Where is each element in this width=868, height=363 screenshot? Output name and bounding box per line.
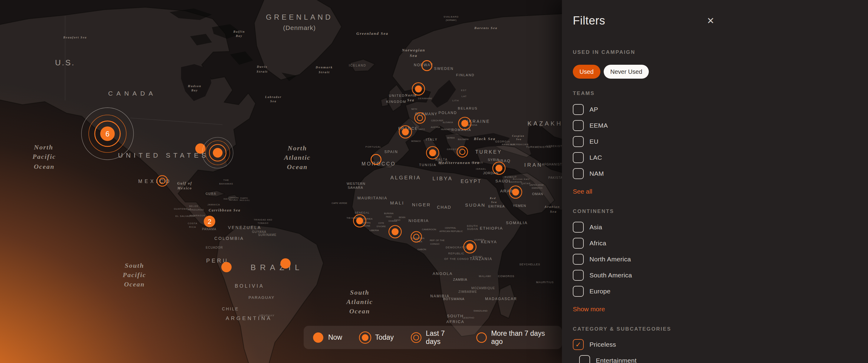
map-marker-last7[interactable] — [157, 176, 168, 186]
checkbox-icon[interactable] — [573, 270, 584, 281]
checkbox-icon[interactable] — [573, 168, 584, 179]
map-marker-cluster[interactable]: 6 — [82, 108, 133, 160]
legend-item-now: Now — [312, 331, 342, 344]
pill-used[interactable]: Used — [573, 65, 600, 79]
checkbox-label: EEMA — [589, 122, 608, 129]
map-marker-last7[interactable] — [411, 232, 422, 242]
checkbox-row-eema[interactable]: EEMA — [573, 120, 868, 131]
legend-label: More than 7 days ago — [491, 329, 554, 346]
checkbox-label: NAM — [589, 170, 604, 177]
checkbox-label: Priceless — [589, 341, 616, 348]
map-marker-today[interactable] — [389, 226, 401, 238]
map-marker-now[interactable] — [280, 258, 291, 269]
map-marker-today[interactable] — [459, 118, 471, 130]
map-marker-cluster[interactable] — [202, 137, 233, 168]
checkbox-row-entertainment[interactable]: Entertainment — [579, 355, 868, 363]
used-in-campaign-pills: UsedNever Used — [573, 65, 868, 79]
checkbox-row-north-america[interactable]: North America — [573, 254, 868, 265]
app-root: U.S.CANADAUNITED STATESGREENLAND(Denmark… — [0, 0, 868, 363]
teams-list: APEEMAEULACNAM — [573, 104, 868, 179]
checkbox-label: North America — [589, 256, 631, 263]
section-header-used-in-campaign: USED IN CAMPAIGN — [573, 49, 868, 55]
legend-item-older: More than 7 days ago — [475, 329, 554, 346]
legend-last7-icon — [410, 331, 422, 344]
continents-list: AsiaAfricaNorth AmericaSouth AmericaEuro… — [573, 222, 868, 297]
checkbox-label: Asia — [589, 224, 602, 231]
see-all-link[interactable]: See all — [573, 188, 592, 195]
svg-text:2: 2 — [208, 218, 211, 225]
checkbox-row-africa[interactable]: Africa — [573, 238, 868, 249]
checkbox-row-eu[interactable]: EU — [573, 136, 868, 147]
panel-title: Filters — [573, 14, 715, 27]
legend-today-icon — [359, 331, 372, 344]
checkbox-icon[interactable] — [573, 254, 584, 265]
checkbox-icon[interactable] — [573, 238, 584, 249]
map-marker-last7[interactable] — [457, 147, 468, 157]
category-list: ✓PricelessEntertainment — [573, 339, 868, 363]
map-marker-now[interactable] — [221, 262, 231, 272]
checkbox-icon[interactable] — [573, 286, 584, 297]
section-header-continents: CONTINENTS — [573, 208, 868, 214]
checkbox-row-south-america[interactable]: South America — [573, 270, 868, 281]
checkbox-label: South America — [589, 272, 632, 279]
filters-panel: Filters ✕ USED IN CAMPAIGN UsedNever Use… — [562, 0, 868, 363]
close-icon[interactable]: ✕ — [704, 14, 717, 28]
map-marker-today[interactable] — [493, 162, 505, 174]
checked-checkbox-icon[interactable]: ✓ — [573, 339, 584, 350]
map-marker-today[interactable] — [353, 215, 366, 227]
map-marker-today[interactable] — [399, 126, 412, 138]
show-more-link[interactable]: Show more — [573, 305, 605, 313]
checkbox-label: Africa — [589, 239, 606, 247]
checkbox-icon[interactable] — [573, 104, 584, 115]
checkbox-icon[interactable] — [573, 136, 584, 147]
map-marker-last7[interactable] — [415, 113, 425, 124]
checkbox-icon[interactable] — [573, 222, 584, 233]
map-marker-today[interactable] — [427, 147, 439, 159]
map-marker-today[interactable] — [412, 83, 425, 95]
legend-older-icon — [475, 331, 488, 344]
legend-label: Last 7 days — [426, 329, 459, 346]
map-marker-cluster[interactable]: 2 — [204, 216, 215, 227]
checkbox-label: Europe — [589, 288, 611, 295]
legend-now-icon — [312, 331, 325, 344]
map-marker-today[interactable] — [464, 241, 476, 253]
map-marker-older[interactable] — [371, 155, 381, 165]
checkbox-row-asia[interactable]: Asia — [573, 222, 868, 233]
checkbox-row-priceless[interactable]: ✓Priceless — [573, 339, 868, 350]
pill-never-used[interactable]: Never Used — [604, 65, 649, 79]
checkbox-row-europe[interactable]: Europe — [573, 286, 868, 297]
map-legend: NowTodayLast 7 daysMore than 7 days ago — [304, 326, 562, 349]
legend-label: Today — [375, 333, 394, 341]
section-header-teams: TEAMS — [573, 91, 868, 97]
map-marker-now[interactable] — [195, 143, 206, 154]
section-header-category: CATEGORY & SUBCATEGORIES — [573, 326, 868, 332]
checkbox-row-ap[interactable]: AP — [573, 104, 868, 115]
map-marker-older[interactable] — [422, 61, 432, 71]
checkbox-icon[interactable] — [579, 355, 590, 363]
checkbox-label: EU — [589, 138, 598, 145]
checkbox-row-lac[interactable]: LAC — [573, 152, 868, 163]
legend-label: Now — [328, 333, 342, 341]
svg-text:6: 6 — [105, 130, 109, 138]
checkbox-row-nam[interactable]: NAM — [573, 168, 868, 179]
legend-item-today: Today — [359, 331, 394, 344]
checkbox-label: LAC — [589, 154, 602, 161]
map-marker-today[interactable] — [509, 186, 522, 198]
checkbox-label: Entertainment — [596, 357, 637, 363]
legend-item-last7: Last 7 days — [410, 329, 459, 346]
checkbox-label: AP — [589, 106, 598, 113]
checkbox-icon[interactable] — [573, 152, 584, 163]
checkbox-icon[interactable] — [573, 120, 584, 131]
